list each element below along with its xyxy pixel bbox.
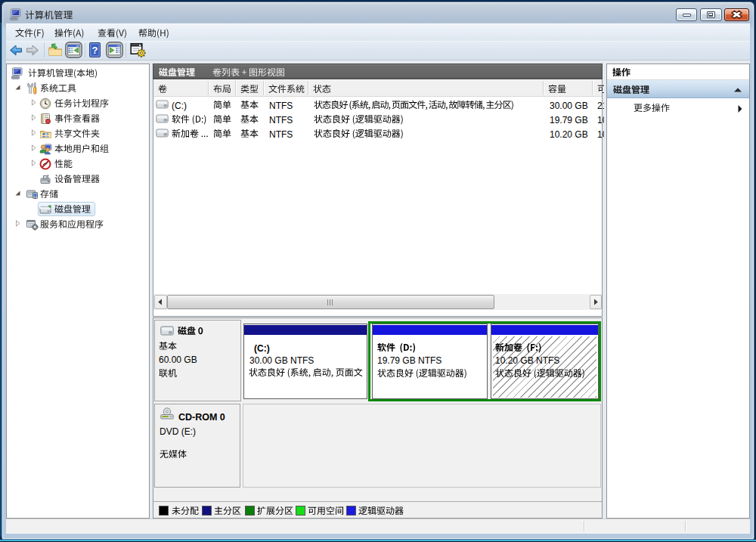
- svg-text:?: ?: [92, 45, 98, 56]
